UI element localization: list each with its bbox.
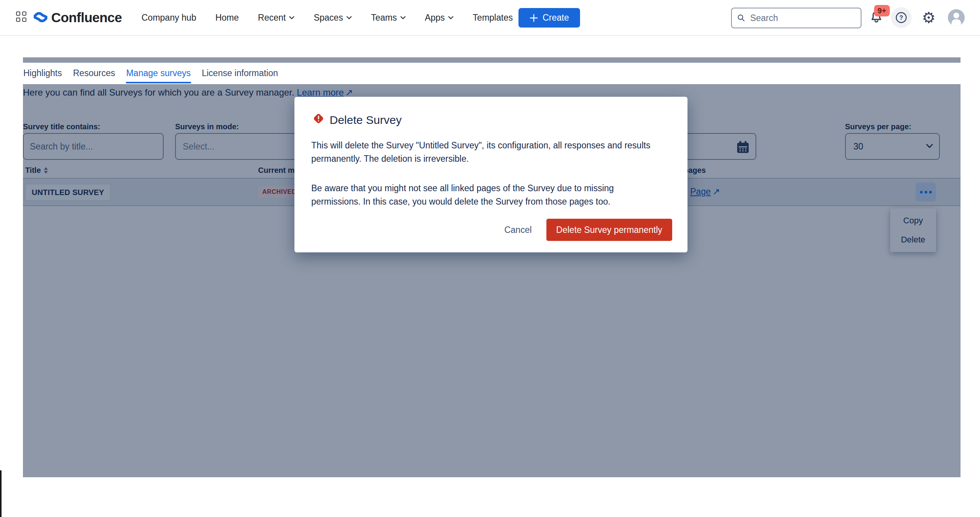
dimmed-panel-edge (23, 57, 960, 63)
dialog-paragraph-1: This will delete the Survey "Untitled Su… (311, 139, 686, 166)
chevron-down-icon (448, 16, 453, 20)
confluence-mark-icon (34, 11, 47, 24)
top-nav-bar: Confluence Company hub Home Recent Space… (0, 0, 980, 36)
question-icon: ? (895, 11, 908, 24)
chevron-down-icon (289, 16, 294, 20)
tab-license-information[interactable]: License information (202, 63, 278, 84)
notification-count-badge[interactable]: 9+ (874, 5, 890, 16)
chevron-down-icon (400, 16, 406, 20)
page-tabs: Highlights Resources Manage surveys Lice… (23, 63, 278, 84)
screen-edge-artifact (0, 470, 2, 517)
error-warning-icon (312, 112, 325, 125)
dialog-paragraph-2: Be aware that you might not see all link… (311, 182, 648, 208)
nav-templates[interactable]: Templates (473, 13, 513, 23)
global-search[interactable] (731, 8, 861, 28)
nav-home[interactable]: Home (215, 13, 239, 23)
settings-gear-icon[interactable]: ⚙ (922, 8, 936, 27)
create-button[interactable]: Create (518, 8, 580, 28)
avatar[interactable] (948, 9, 965, 26)
dialog-footer: Cancel Delete Survey permanently (504, 219, 672, 241)
logo-wordmark: Confluence (51, 10, 122, 25)
nav-spaces[interactable]: Spaces (314, 13, 352, 23)
search-input[interactable] (749, 13, 856, 24)
cancel-button[interactable]: Cancel (504, 225, 532, 235)
dialog-title: Delete Survey (330, 114, 401, 127)
person-icon (948, 9, 965, 26)
svg-text:?: ? (899, 15, 903, 21)
delete-survey-dialog: Delete Survey This will delete the Surve… (294, 97, 687, 252)
plus-icon (530, 14, 538, 22)
tab-highlights[interactable]: Highlights (23, 63, 62, 84)
help-button[interactable]: ? (891, 7, 912, 28)
search-icon (737, 13, 746, 23)
tab-manage-surveys[interactable]: Manage surveys (126, 63, 191, 84)
delete-permanently-button[interactable]: Delete Survey permanently (546, 219, 672, 241)
nav-recent[interactable]: Recent (258, 13, 295, 23)
app-switcher-icon[interactable] (16, 11, 28, 23)
nav-teams[interactable]: Teams (371, 13, 406, 23)
confluence-logo[interactable]: Confluence (34, 8, 122, 27)
confluence-page: Confluence Company hub Home Recent Space… (0, 0, 980, 517)
nav-apps[interactable]: Apps (425, 13, 453, 23)
primary-nav: Company hub Home Recent Spaces Teams App… (141, 0, 513, 35)
nav-company-hub[interactable]: Company hub (141, 13, 196, 23)
chevron-down-icon (346, 16, 352, 20)
tab-resources[interactable]: Resources (73, 63, 115, 84)
